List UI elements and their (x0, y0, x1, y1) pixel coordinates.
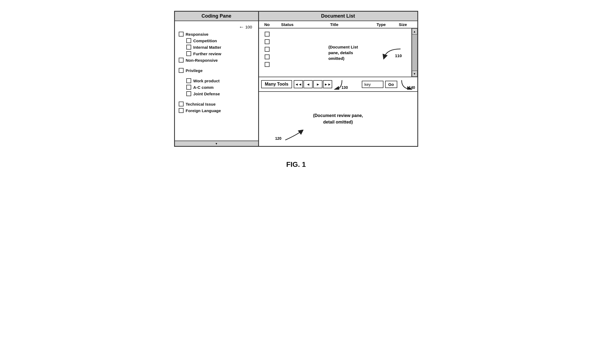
doc-checkbox-4[interactable] (265, 54, 270, 59)
doc-list-scrollbar[interactable]: ▲ ▼ (411, 28, 417, 77)
annotation-100: ← 100 (179, 24, 254, 30)
document-list-header: Document List (259, 12, 417, 21)
competition-checkbox[interactable] (186, 38, 191, 43)
joint-defense-row[interactable]: Joint Defense (179, 91, 254, 96)
ac-comm-row[interactable]: A-C comm (179, 85, 254, 90)
technical-issue-label: Technical Issue (186, 102, 216, 106)
doc-checkboxes (259, 31, 275, 74)
label-130: 130 (341, 85, 348, 90)
arrow-120-svg (283, 130, 304, 141)
responsive-label: Responsive (186, 32, 209, 37)
col-status: Status (275, 22, 300, 27)
scroll-down-btn[interactable]: ▼ (412, 71, 417, 77)
columns-row: No Status Title Type Size (259, 21, 417, 28)
toolbar-row: Many Tools ◄◄ ◄ ► ►► 130 (259, 77, 417, 92)
non-responsive-checkbox[interactable] (179, 58, 184, 63)
main-container: Coding Pane ← 100 Responsive Competition… (174, 11, 418, 147)
competition-label: Competition (193, 38, 217, 43)
doc-checkbox-2[interactable] (265, 39, 270, 44)
further-review-checkbox[interactable] (186, 51, 191, 56)
coding-pane-header: Coding Pane (175, 12, 258, 21)
nav-next-btn[interactable]: ► (313, 80, 322, 88)
document-list-body: (Document List pane, details omitted) (259, 28, 417, 77)
privilege-checkbox[interactable] (179, 68, 184, 73)
competition-row[interactable]: Competition (179, 38, 254, 43)
privilege-row[interactable]: Privilege (179, 68, 254, 73)
internal-matter-row[interactable]: Internal Matter (179, 45, 254, 50)
joint-defense-label: Joint Defense (193, 92, 220, 96)
work-product-checkbox[interactable] (186, 78, 191, 83)
col-title: Title (300, 22, 369, 27)
responsive-checkbox[interactable] (179, 32, 184, 37)
doc-review-note-line1: (Document review pane, (313, 113, 363, 118)
annotation-110-area: 110 (382, 46, 403, 59)
coding-scroll-bottom[interactable]: ▼ (175, 141, 258, 146)
further-review-label: Further review (193, 51, 221, 56)
scroll-up-btn[interactable]: ▲ (412, 28, 417, 34)
doc-list-content: (Document List pane, details omitted) (259, 28, 411, 77)
arrow-left-icon: ← (239, 24, 244, 30)
foreign-language-row[interactable]: Foreign Language (179, 108, 254, 113)
coding-pane-body: ← 100 Responsive Competition Internal Ma… (175, 21, 258, 141)
label-110: 110 (395, 53, 402, 59)
scroll-track[interactable] (412, 34, 417, 71)
annotation-120-area: 120 (275, 130, 304, 141)
doc-review-note-line2: detail omitted) (323, 120, 353, 124)
nav-first-btn[interactable]: ◄◄ (294, 80, 303, 88)
doc-main-area: (Document List pane, details omitted) (275, 31, 411, 74)
right-pane: Document List No Status Title Type Size (259, 12, 417, 146)
col-type: Type (369, 22, 393, 27)
internal-matter-checkbox[interactable] (186, 45, 191, 50)
internal-matter-label: Internal Matter (193, 45, 221, 50)
many-tools-button[interactable]: Many Tools (261, 80, 292, 88)
col-no: No (259, 22, 275, 27)
label-100: 100 (245, 25, 252, 29)
foreign-language-label: Foreign Language (186, 108, 221, 113)
figure-caption: FIG. 1 (286, 160, 306, 169)
further-review-row[interactable]: Further review (179, 51, 254, 56)
foreign-language-checkbox[interactable] (179, 108, 184, 113)
joint-defense-checkbox[interactable] (186, 91, 191, 96)
doc-checkbox-1[interactable] (265, 32, 270, 37)
doc-note-line1: (Document List (328, 45, 358, 49)
doc-checkbox-5[interactable] (265, 62, 270, 67)
doc-note-line3: omitted) (328, 56, 344, 61)
nav-btn-group: ◄◄ ◄ ► ►► (294, 80, 332, 88)
col-size: Size (393, 22, 412, 27)
work-product-row[interactable]: Work product (179, 78, 254, 83)
nav-last-btn[interactable]: ►► (323, 80, 332, 88)
doc-note-line2: pane, details (328, 50, 353, 55)
annotation-130-area: 130 (334, 79, 350, 90)
non-responsive-label: Non-Responsive (186, 58, 218, 63)
responsive-row[interactable]: Responsive (179, 32, 254, 37)
coding-pane: Coding Pane ← 100 Responsive Competition… (175, 12, 259, 146)
doc-list-note: (Document List pane, details omitted) (328, 44, 358, 61)
doc-checkbox-3[interactable] (265, 47, 270, 52)
annotation-140-area: 140 (399, 79, 415, 90)
key-input[interactable] (362, 81, 383, 88)
label-140: 140 (409, 85, 415, 90)
doc-review-note: (Document review pane, detail omitted) (313, 112, 363, 125)
document-review-pane: (Document review pane, detail omitted) 1… (259, 92, 417, 146)
label-120: 120 (275, 136, 281, 141)
ac-comm-label: A-C comm (193, 85, 214, 90)
nav-prev-btn[interactable]: ◄ (303, 80, 313, 88)
technical-issue-row[interactable]: Technical Issue (179, 102, 254, 106)
non-responsive-row[interactable]: Non-Responsive (179, 58, 254, 63)
privilege-label: Privilege (186, 68, 203, 73)
work-product-label: Work product (193, 79, 220, 83)
ac-comm-checkbox[interactable] (186, 85, 191, 90)
technical-issue-checkbox[interactable] (179, 102, 184, 106)
go-button[interactable]: Go (385, 81, 397, 88)
